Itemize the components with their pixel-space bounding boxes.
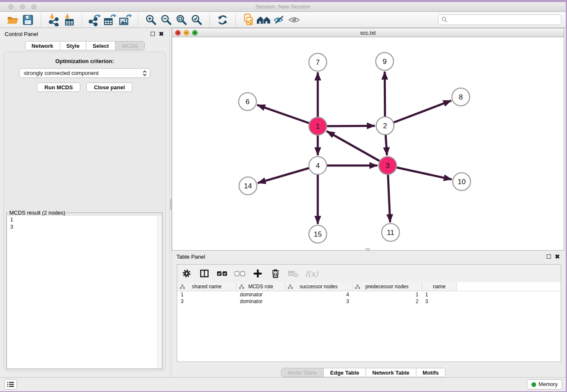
close-panel-button[interactable]: Close panel [86, 83, 132, 92]
graph-node-6[interactable]: 6 [239, 93, 256, 110]
column-header-mcds-role[interactable]: MCDS role [237, 282, 285, 291]
tab-mcds[interactable]: MCDS [115, 41, 144, 50]
task-history-button[interactable] [4, 379, 17, 389]
table-row[interactable]: 3dominator323 [177, 298, 561, 305]
column-header-predecessor-nodes[interactable]: predecessor nodes [352, 282, 422, 291]
hide-details-button[interactable] [271, 13, 286, 27]
zoom-fit-button[interactable] [174, 13, 189, 27]
memory-button[interactable]: Memory [527, 379, 562, 389]
tab-network[interactable]: Network [25, 41, 60, 50]
result-scrollbar[interactable] [157, 216, 162, 368]
tab-select[interactable]: Select [86, 41, 115, 50]
open-session-button[interactable] [5, 13, 20, 27]
table-cell[interactable]: 1 [422, 291, 457, 298]
graph-node-11[interactable]: 11 [382, 224, 399, 241]
close-panel-icon[interactable]: ✖ [159, 32, 164, 36]
reset-views-button[interactable] [256, 13, 271, 27]
graph-node-2[interactable]: 2 [376, 117, 394, 135]
table-row[interactable]: 1dominator411 [177, 291, 561, 298]
zoom-fit-icon [176, 14, 187, 26]
network-canvas[interactable]: 7968124314101511 [172, 37, 564, 250]
two-houses-icon [256, 14, 271, 26]
delete-table-button[interactable] [287, 268, 299, 279]
trash-icon [271, 268, 280, 279]
graph-node-14[interactable]: 14 [239, 177, 257, 195]
zoom-out-button[interactable] [159, 13, 174, 27]
graph-node-8[interactable]: 8 [452, 88, 470, 106]
tab-network-table[interactable]: Network Table [366, 368, 416, 377]
column-header-name[interactable]: name [422, 282, 457, 291]
table-cell[interactable]: 2 [352, 298, 422, 305]
result-line: 1 [7, 216, 162, 223]
graph-node-15[interactable]: 15 [309, 225, 327, 243]
run-mcds-button[interactable]: Run MCDS [37, 83, 80, 92]
graph-node-3[interactable]: 3 [379, 157, 396, 174]
table-cell[interactable]: 4 [285, 291, 352, 298]
table-cell[interactable]: 3 [177, 298, 237, 305]
tab-node-table[interactable]: Node Table [281, 368, 323, 377]
import-table-button[interactable] [61, 13, 77, 27]
delete-columns-button[interactable] [270, 268, 281, 279]
create-column-button[interactable] [252, 268, 264, 279]
network-canvas-svg[interactable]: 7968124314101511 [172, 37, 564, 250]
import-network-button[interactable] [46, 13, 61, 27]
show-details-button[interactable] [286, 13, 302, 27]
criterion-dropdown[interactable]: strongly connected component [19, 68, 150, 78]
apply-layout-button[interactable] [215, 13, 230, 27]
memory-status-icon [531, 382, 536, 387]
export-table-button[interactable] [102, 13, 118, 27]
search-field[interactable] [438, 14, 561, 25]
function-builder-button[interactable]: f(x) [305, 269, 318, 278]
float-table-panel-icon[interactable] [547, 254, 551, 259]
search-input[interactable] [448, 17, 558, 23]
unchecked-boxes-icon [234, 269, 245, 278]
graph-edge-3-1[interactable] [327, 131, 388, 166]
tab-motifs[interactable]: Motifs [416, 368, 445, 377]
table-cell[interactable]: 3 [422, 298, 457, 305]
export-image-button[interactable] [118, 13, 133, 27]
graph-node-4[interactable]: 4 [309, 157, 327, 174]
graph-node-10[interactable]: 10 [453, 173, 471, 190]
graph-edge-2-8[interactable] [385, 101, 451, 126]
graph-edge-1-6[interactable] [257, 105, 318, 126]
zoom-in-button[interactable] [143, 13, 159, 27]
save-session-button[interactable] [20, 13, 36, 27]
criterion-dropdown-value: strongly connected component [24, 70, 142, 76]
zoom-selected-button[interactable] [189, 13, 204, 27]
eye-slash-icon [273, 14, 285, 26]
table-cell[interactable]: dominator [237, 291, 285, 298]
control-panel-header: Control Panel ✖ [0, 28, 170, 40]
float-panel-icon[interactable] [151, 32, 155, 36]
status-bar: Memory [0, 377, 566, 391]
attribute-tree-icon [180, 284, 185, 289]
graph-node-label: 1 [316, 122, 319, 130]
select-all-button[interactable] [216, 268, 228, 279]
graph-edge-3-10[interactable] [388, 166, 452, 179]
gear-icon [182, 269, 191, 278]
table-cell[interactable]: 1 [352, 291, 422, 298]
graph-node-label: 11 [387, 229, 394, 237]
table-settings-button[interactable] [181, 268, 193, 279]
attribute-tree-icon [288, 284, 293, 289]
toolbar-separator [235, 14, 236, 26]
column-header-shared-name[interactable]: shared name [177, 282, 237, 291]
graph-node-1[interactable]: 1 [309, 117, 327, 135]
mcds-result-list[interactable]: 13 [7, 216, 162, 368]
close-table-panel-icon[interactable]: ✖ [555, 254, 560, 259]
table-cell[interactable]: dominator [237, 298, 285, 305]
divider-grip[interactable] [170, 199, 171, 210]
tab-style[interactable]: Style [60, 41, 86, 50]
first-neighbors-button[interactable] [241, 13, 256, 27]
canvas-grip[interactable] [366, 248, 370, 250]
toggle-panes-button[interactable] [198, 268, 210, 279]
deselect-all-button[interactable] [234, 268, 246, 279]
control-panel-tabs: NetworkStyleSelectMCDS [0, 41, 170, 50]
tab-edge-table[interactable]: Edge Table [323, 368, 365, 377]
mcds-result-title: MCDS result (2 nodes) [8, 210, 66, 216]
table-cell[interactable]: 3 [285, 298, 352, 305]
export-network-button[interactable] [87, 13, 102, 27]
graph-node-9[interactable]: 9 [376, 52, 394, 70]
graph-node-7[interactable]: 7 [309, 53, 327, 71]
table-cell[interactable]: 1 [177, 291, 237, 298]
column-header-successor-nodes[interactable]: successor nodes [285, 282, 352, 291]
